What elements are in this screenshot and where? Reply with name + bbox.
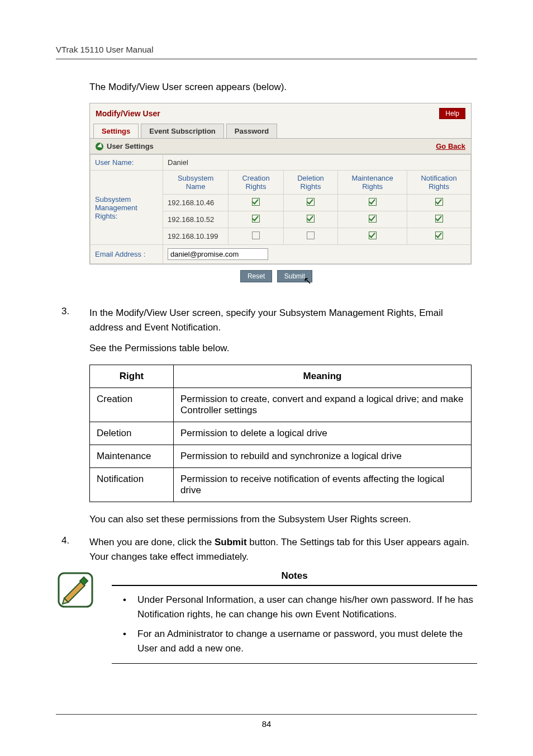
table-row: Maintenance Permission to rebuild and sy… bbox=[90, 445, 472, 467]
step-number: 3. bbox=[61, 306, 77, 334]
permissions-table: Right Meaning Creation Permission to cre… bbox=[89, 365, 472, 502]
page-header: VTrak 15110 User Manual bbox=[56, 45, 477, 54]
page-footer: 84 bbox=[56, 714, 477, 729]
tab-password[interactable]: Password bbox=[226, 124, 277, 138]
perm-right: Deletion bbox=[90, 422, 174, 445]
col-subsystem: Subsystem Name bbox=[163, 171, 229, 195]
button-row: Reset Submit↖ bbox=[89, 264, 472, 289]
user-settings-table: User Name: Daniel Subsystem Management R… bbox=[90, 154, 471, 264]
checkbox-notification[interactable] bbox=[435, 215, 443, 223]
notes-top-rule bbox=[112, 585, 477, 586]
reset-button[interactable]: Reset bbox=[240, 270, 272, 282]
tabs-row: Settings Event Subscription Password bbox=[90, 124, 471, 138]
notes-title: Notes bbox=[112, 570, 477, 582]
notes-bottom-rule bbox=[112, 663, 477, 664]
modify-view-panel-wrap: Modify/View User Help Settings Event Sub… bbox=[89, 103, 472, 289]
section-label: User Settings bbox=[107, 142, 154, 150]
section-left: User Settings bbox=[96, 142, 154, 150]
checkbox-maintenance[interactable] bbox=[369, 198, 377, 206]
perm-right: Notification bbox=[90, 467, 174, 502]
step-body: In the Modify/View User screen, specify … bbox=[89, 306, 477, 334]
panel-titlebar: Modify/View User Help bbox=[90, 103, 471, 124]
col-creation: Creation Rights bbox=[229, 171, 284, 195]
col-notification: Notification Rights bbox=[407, 171, 471, 195]
perm-right: Maintenance bbox=[90, 445, 174, 467]
section-bar: User Settings Go Back bbox=[90, 138, 471, 154]
notes-item: Under Personal Information, a user can c… bbox=[123, 593, 477, 621]
table-row: Creation Permission to create, convert a… bbox=[90, 388, 472, 422]
col-maintenance: Maintenance Rights bbox=[338, 171, 407, 195]
checkbox-creation[interactable] bbox=[252, 231, 260, 239]
perm-meaning: Permission to receive notification of ev… bbox=[174, 467, 472, 502]
tab-event-subscription[interactable]: Event Subscription bbox=[141, 124, 223, 138]
checkbox-creation[interactable] bbox=[252, 198, 260, 206]
perm-header-right: Right bbox=[90, 365, 174, 388]
notes-content: Notes Under Personal Information, a user… bbox=[112, 570, 477, 664]
notes-item: For an Administrator to change a usernam… bbox=[123, 627, 477, 655]
table-row: Deletion Permission to delete a logical … bbox=[90, 422, 472, 445]
step-3: 3. In the Modify/View User screen, speci… bbox=[56, 306, 477, 334]
perm-right: Creation bbox=[90, 388, 174, 422]
checkbox-deletion[interactable] bbox=[307, 231, 315, 239]
checkbox-creation[interactable] bbox=[252, 215, 260, 223]
perm-header-meaning: Meaning bbox=[174, 365, 472, 388]
subsystem-cell: 192.168.10.199 bbox=[163, 228, 229, 245]
checkbox-notification[interactable] bbox=[435, 198, 443, 206]
checkbox-notification[interactable] bbox=[435, 231, 443, 239]
step-4-bold: Submit bbox=[215, 537, 247, 547]
tab-settings[interactable]: Settings bbox=[93, 124, 139, 138]
checkbox-deletion[interactable] bbox=[307, 215, 315, 223]
panel-title: Modify/View User bbox=[96, 109, 160, 118]
col-deletion: Deletion Rights bbox=[283, 171, 337, 195]
after-table-text: You can also set these permissions from … bbox=[89, 512, 477, 527]
modify-view-panel: Modify/View User Help Settings Event Sub… bbox=[89, 103, 472, 264]
checkbox-maintenance[interactable] bbox=[369, 231, 377, 239]
step-4-pre: When you are done, click the bbox=[89, 537, 215, 547]
help-button[interactable]: Help bbox=[439, 108, 465, 119]
table-row: Notification Permission to receive notif… bbox=[90, 467, 472, 502]
header-rule bbox=[56, 59, 477, 59]
section-arrow-icon bbox=[96, 143, 103, 150]
perm-meaning: Permission to rebuild and synchronize a … bbox=[174, 445, 472, 467]
go-back-link[interactable]: Go Back bbox=[436, 142, 465, 150]
username-value: Daniel bbox=[163, 155, 471, 171]
rights-label: Subsystem Management Rights: bbox=[91, 171, 163, 245]
checkbox-maintenance[interactable] bbox=[369, 215, 377, 223]
subsystem-cell: 192.168.10.46 bbox=[163, 195, 229, 211]
email-input[interactable] bbox=[168, 248, 268, 260]
pencil-icon bbox=[56, 570, 95, 609]
step-number: 4. bbox=[61, 535, 77, 564]
step-4: 4. When you are done, click the Submit b… bbox=[56, 535, 477, 564]
subsystem-cell: 192.168.10.52 bbox=[163, 211, 229, 228]
notes-list: Under Personal Information, a user can c… bbox=[112, 593, 477, 655]
checkbox-deletion[interactable] bbox=[307, 198, 315, 206]
username-label: User Name: bbox=[91, 155, 163, 171]
perm-meaning: Permission to delete a logical drive bbox=[174, 422, 472, 445]
step-body: When you are done, click the Submit butt… bbox=[89, 535, 477, 564]
email-label: Email Address : bbox=[91, 245, 163, 264]
notes-icon-wrap bbox=[56, 570, 101, 612]
perm-meaning: Permission to create, convert and expand… bbox=[174, 388, 472, 422]
notes-section: Notes Under Personal Information, a user… bbox=[56, 570, 477, 664]
step-3-sub: See the Permissions table below. bbox=[89, 341, 477, 356]
intro-text: The Modify/View User screen appears (bel… bbox=[89, 82, 477, 93]
submit-button[interactable]: Submit bbox=[277, 270, 312, 282]
